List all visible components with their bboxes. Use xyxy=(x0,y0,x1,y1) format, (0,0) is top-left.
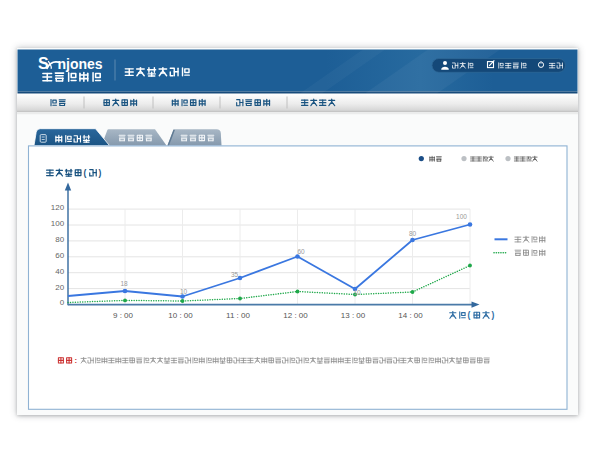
svg-text:40: 40 xyxy=(55,267,64,276)
svg-text:9 : 00: 9 : 00 xyxy=(113,311,134,320)
svg-text:10: 10 xyxy=(353,289,361,296)
svg-text:60: 60 xyxy=(297,248,305,255)
svg-text:10: 10 xyxy=(180,288,188,295)
svg-text:80: 80 xyxy=(409,230,417,237)
svg-text:(: ( xyxy=(468,310,471,320)
svg-text:14 : 00: 14 : 00 xyxy=(398,311,423,320)
svg-text:35: 35 xyxy=(231,271,239,278)
svg-text:10 : 00: 10 : 00 xyxy=(168,311,193,320)
svg-text:80: 80 xyxy=(55,235,64,244)
svg-text:0: 0 xyxy=(60,298,65,307)
svg-text:20: 20 xyxy=(55,283,64,292)
svg-text:100: 100 xyxy=(456,213,467,220)
svg-text:): ) xyxy=(99,168,102,178)
svg-text::: : xyxy=(75,356,78,365)
svg-text:(: ( xyxy=(84,168,87,178)
svg-text:12 : 00: 12 : 00 xyxy=(283,311,308,320)
svg-text:18: 18 xyxy=(120,280,128,287)
svg-text:60: 60 xyxy=(55,251,64,260)
svg-text:120: 120 xyxy=(51,203,65,212)
svg-text:11 : 00: 11 : 00 xyxy=(226,311,250,320)
svg-text:njones: njones xyxy=(58,56,103,72)
svg-text:100: 100 xyxy=(51,219,65,228)
svg-text:13 : 00: 13 : 00 xyxy=(341,311,366,320)
svg-text:): ) xyxy=(492,310,495,320)
